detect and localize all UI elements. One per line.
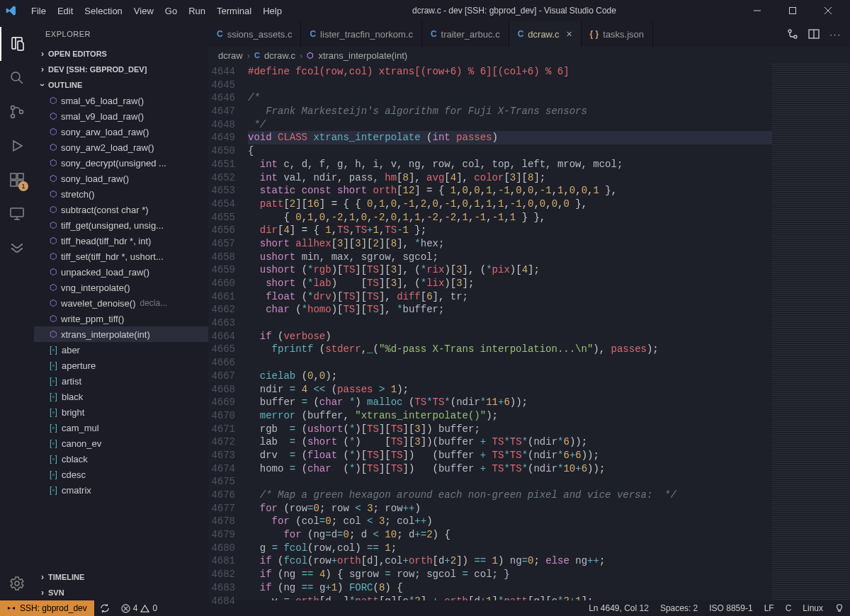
sidebar-explorer: EXPLORER ›OPEN EDITORS ›DEV [SSH: GBPROD… <box>34 21 208 600</box>
c-file-icon: C <box>310 29 316 39</box>
outline-item[interactable]: ⬡sony_arw2_load_raw() <box>34 139 208 155</box>
menu-selection[interactable]: Selection <box>79 3 128 19</box>
variable-icon: [◦] <box>50 423 57 433</box>
outline-item[interactable]: [◦]artist <box>34 373 208 389</box>
outline-item[interactable]: ⬡sony_decrypt(unsigned ... <box>34 155 208 171</box>
method-icon: ⬡ <box>50 267 57 277</box>
encoding-status[interactable]: ISO 8859-1 <box>703 603 758 613</box>
window-title: dcraw.c - dev [SSH: gbprod_dev] - Visual… <box>290 6 738 16</box>
minimap[interactable] <box>772 64 850 600</box>
custom-ssh-icon[interactable] <box>0 231 34 265</box>
menu-file[interactable]: File <box>26 3 52 19</box>
variable-icon: [◦] <box>50 345 57 355</box>
editor-tab[interactable]: Clister_tracfin_norkom.c <box>301 21 421 47</box>
editor-tab[interactable]: Cssions_assets.c <box>208 21 301 47</box>
c-file-icon: C <box>518 29 524 39</box>
sidebar-section-workspace[interactable]: ›DEV [SSH: GBPROD_DEV] <box>34 62 208 77</box>
svg-point-7 <box>11 115 15 118</box>
outline-item[interactable]: ⬡sony_load_raw() <box>34 171 208 186</box>
language-mode[interactable]: C <box>780 603 798 613</box>
maximize-button[interactable] <box>776 0 809 21</box>
outline-item[interactable]: ⬡xtrans_interpolate(int) <box>34 326 208 342</box>
run-debug-icon[interactable] <box>0 129 34 163</box>
outline-item[interactable]: ⬡vng_interpolate() <box>34 280 208 295</box>
editor-tabbar: Cssions_assets.cClister_tracfin_norkom.c… <box>208 21 850 47</box>
svg-point-17 <box>15 581 19 586</box>
sidebar-section-timeline[interactable]: ›TIMELINE <box>34 569 208 585</box>
outline-item[interactable]: ⬡tiff_head(tiff_hdr *, int) <box>34 233 208 249</box>
editor-tab[interactable]: { }tasks.json <box>582 21 654 47</box>
method-icon: ⬡ <box>50 220 57 230</box>
editor-tab[interactable]: Cdcraw.c× <box>509 21 582 47</box>
outline-item[interactable]: [◦]canon_ev <box>34 435 208 451</box>
remote-explorer-icon[interactable] <box>0 197 34 231</box>
source-control-icon[interactable] <box>0 95 34 129</box>
explorer-icon[interactable] <box>0 27 34 61</box>
menu-edit[interactable]: Edit <box>52 3 79 19</box>
close-button[interactable] <box>812 0 844 21</box>
svg-rect-1 <box>790 8 796 14</box>
outline-item[interactable]: ⬡sony_arw_load_raw() <box>34 124 208 139</box>
menu-go[interactable]: Go <box>159 3 183 19</box>
extensions-icon[interactable]: 1 <box>0 163 34 197</box>
indentation-status[interactable]: Spaces: 2 <box>654 603 703 613</box>
method-icon: ⬡ <box>50 298 57 308</box>
outline-item[interactable]: ⬡stretch() <box>34 186 208 202</box>
cursor-position[interactable]: Ln 4649, Col 12 <box>583 603 654 613</box>
os-status[interactable]: Linux <box>797 603 829 613</box>
outline-item[interactable]: ⬡smal_v6_load_raw() <box>34 93 208 108</box>
variable-icon: [◦] <box>50 454 57 464</box>
settings-icon[interactable] <box>0 566 34 600</box>
outline-item[interactable]: [◦]cam_mul <box>34 420 208 435</box>
outline-item[interactable]: [◦]aperture <box>34 358 208 373</box>
menu-help[interactable]: Help <box>257 3 288 19</box>
outline-item[interactable]: ⬡wavelet_denoise() decla... <box>34 295 208 311</box>
variable-icon: [◦] <box>50 469 57 479</box>
sidebar-section-svn[interactable]: ›SVN <box>34 585 208 600</box>
variable-icon: [◦] <box>50 485 57 495</box>
method-icon: ⬡ <box>50 205 57 215</box>
remote-indicator[interactable]: SSH: gbprod_dev <box>0 600 94 616</box>
outline-item[interactable]: ⬡unpacked_load_raw() <box>34 264 208 280</box>
outline-item[interactable]: ⬡tiff_get(unsigned, unsig... <box>34 217 208 233</box>
method-icon: ⬡ <box>50 251 57 261</box>
sidebar-section-outline[interactable]: ›OUTLINE <box>34 77 208 93</box>
titlebar: FileEditSelectionViewGoRunTerminalHelp d… <box>0 0 850 21</box>
outline-item[interactable]: ⬡subtract(const char *) <box>34 202 208 217</box>
code-content[interactable]: #define fcol(row,col) xtrans[(row+6) % 6… <box>248 64 772 600</box>
minimize-button[interactable] <box>741 0 774 21</box>
sidebar-section-open-editors[interactable]: ›OPEN EDITORS <box>34 46 208 62</box>
problems-status[interactable]: 4 0 <box>115 603 163 613</box>
svg-rect-14 <box>11 208 23 217</box>
outline-item[interactable]: [◦]bright <box>34 404 208 420</box>
feedback-icon[interactable] <box>829 603 850 613</box>
outline-item[interactable]: ⬡smal_v9_load_raw() <box>34 108 208 124</box>
method-icon: ⬡ <box>50 314 57 324</box>
outline-item[interactable]: [◦]aber <box>34 342 208 358</box>
close-tab-icon[interactable]: × <box>566 28 572 40</box>
more-actions-icon[interactable]: ··· <box>829 29 842 40</box>
outline-item[interactable]: ⬡write_ppm_tiff() <box>34 311 208 326</box>
menu-terminal[interactable]: Terminal <box>211 3 257 19</box>
method-icon: ⬡ <box>50 283 57 292</box>
editor-tab[interactable]: Ctraiter_arbuc.c <box>422 21 509 47</box>
method-icon: ⬡ <box>50 127 57 137</box>
outline-item[interactable]: [◦]cblack <box>34 451 208 467</box>
breadcrumb[interactable]: dcraw › Cdcraw.c › ⬡xtrans_interpolate(i… <box>208 47 850 64</box>
svg-rect-13 <box>18 173 23 179</box>
search-icon[interactable] <box>0 61 34 95</box>
sync-status[interactable] <box>94 603 115 613</box>
outline-item[interactable]: [◦]cdesc <box>34 467 208 482</box>
eol-status[interactable]: LF <box>759 603 780 613</box>
outline-item[interactable]: [◦]black <box>34 389 208 404</box>
outline-item[interactable]: [◦]cmatrix <box>34 482 208 498</box>
menu-run[interactable]: Run <box>183 3 211 19</box>
outline-item[interactable]: ⬡tiff_set(tiff_hdr *, ushort... <box>34 249 208 264</box>
svg-marker-9 <box>13 141 22 151</box>
compare-changes-icon[interactable] <box>787 28 798 40</box>
variable-icon: [◦] <box>50 392 57 401</box>
split-editor-icon[interactable] <box>808 28 820 40</box>
menu-view[interactable]: View <box>128 3 159 19</box>
code-editor[interactable]: 4644464546464647464846494650465146524653… <box>208 64 850 600</box>
method-icon: ⬡ <box>50 158 57 168</box>
